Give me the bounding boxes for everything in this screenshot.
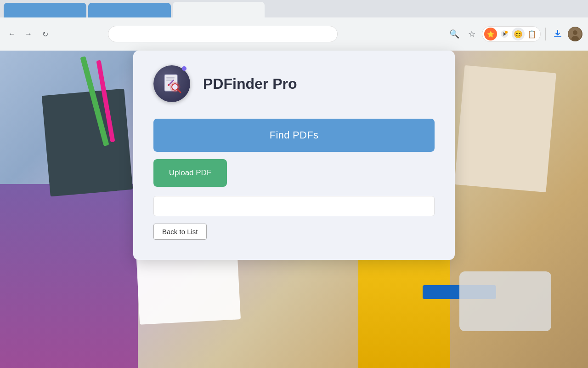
chrome-address-row: ← → ↻ 🔍 ☆ ⭐ 😊 <box>0 17 588 51</box>
chrome-browser-bar: ← → ↻ 🔍 ☆ ⭐ 😊 <box>0 0 588 51</box>
purple-bg <box>0 184 138 368</box>
zoom-icon[interactable]: 🔍 <box>447 27 462 41</box>
app-icon-container <box>153 65 190 102</box>
popup-header: PDFinder Pro <box>153 65 435 102</box>
chrome-tab-inactive-2[interactable] <box>88 3 171 17</box>
svg-point-4 <box>573 30 577 35</box>
book-right <box>454 65 556 192</box>
chrome-tab-inactive-1[interactable] <box>4 3 86 17</box>
chrome-tab-active[interactable] <box>173 2 265 17</box>
address-bar[interactable] <box>108 26 338 42</box>
popup-panel: PDFinder Pro Find PDFs Upload PDF Back t… <box>133 51 455 260</box>
find-pdfs-button[interactable]: Find PDFs <box>153 119 435 152</box>
bookmark-icon[interactable]: ☆ <box>464 27 479 41</box>
nav-forward-button[interactable]: → <box>22 28 35 40</box>
app-icon-svg <box>160 72 184 96</box>
svg-point-2 <box>505 31 508 34</box>
ext-icon-play[interactable] <box>498 28 511 40</box>
ext-icon-emoji[interactable]: 😊 <box>512 28 525 40</box>
upload-pdf-button[interactable]: Upload PDF <box>153 159 227 187</box>
toolbar-icons: 🔍 ☆ ⭐ 😊 📋 <box>447 26 582 42</box>
profile-avatar[interactable] <box>568 27 582 41</box>
trackpad <box>459 271 551 331</box>
svg-line-12 <box>178 90 181 92</box>
nav-back-button[interactable]: ← <box>6 28 18 40</box>
extension-icons-group: ⭐ 😊 📋 <box>482 26 541 42</box>
nav-reload-button[interactable]: ↻ <box>39 28 51 40</box>
ext-icon-clipboard[interactable]: 📋 <box>526 28 538 40</box>
svg-rect-8 <box>166 80 173 81</box>
ext-icon-star[interactable]: ⭐ <box>484 28 497 40</box>
svg-point-14 <box>168 84 170 86</box>
toolbar-separator <box>545 28 546 40</box>
chrome-tabs-row <box>0 0 588 17</box>
notebook <box>42 89 133 197</box>
svg-rect-7 <box>166 77 175 79</box>
text-input-field[interactable] <box>153 196 435 216</box>
download-icon-btn[interactable] <box>550 27 565 41</box>
app-title: PDFinder Pro <box>203 75 297 92</box>
back-to-list-button[interactable]: Back to List <box>153 224 207 240</box>
